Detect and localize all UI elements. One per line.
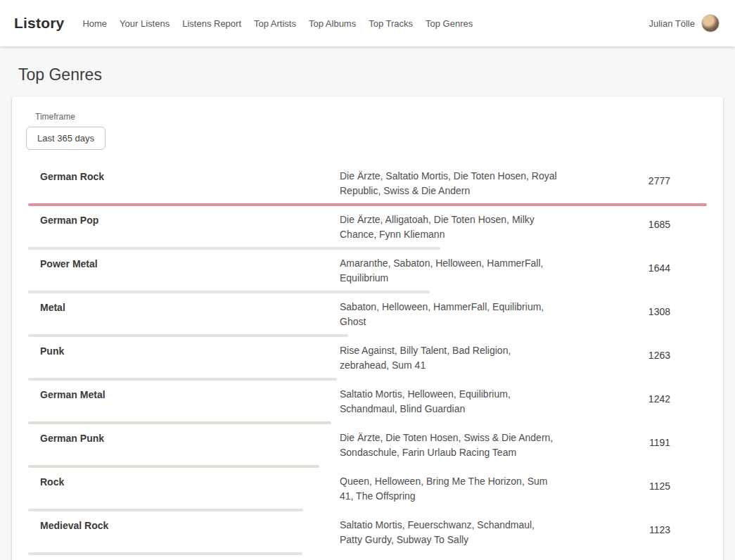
nav-item-your-listens[interactable]: Your Listens (120, 18, 170, 29)
nav-item-home[interactable]: Home (82, 18, 107, 29)
genre-artists: Die Ärzte, Die Toten Hosen, Swiss & Die … (340, 431, 559, 460)
genre-artists: Queen, Helloween, Bring Me The Horizon, … (340, 474, 559, 504)
user-menu[interactable]: Julian Tölle (648, 14, 720, 32)
genre-name: German Metal (40, 387, 340, 400)
genre-name: Punk (40, 343, 340, 357)
genre-artists: Amaranthe, Sabaton, Helloween, HammerFal… (340, 256, 559, 286)
user-name: Julian Tölle (648, 18, 695, 29)
genre-name: Rock (40, 474, 340, 488)
table-row: Rock Queen, Helloween, Bring Me The Hori… (28, 468, 707, 511)
table-row: German Pop Die Ärzte, Alligatoah, Die To… (28, 206, 707, 250)
genre-name: Metal (40, 300, 340, 313)
genre-name: German Pop (40, 212, 340, 226)
brand-logo[interactable]: Listory (14, 15, 64, 32)
user-avatar[interactable] (701, 14, 720, 32)
genre-count: 1685 (559, 212, 707, 230)
nav-item-top-artists[interactable]: Top Artists (254, 18, 296, 29)
genre-table: German Rock Die Ärzte, Saltatio Mortis, … (28, 163, 707, 560)
page-title: Top Genres (18, 65, 735, 84)
table-row: German Metal Saltatio Mortis, Helloween,… (28, 381, 707, 424)
table-row: Medieval Rock Saltatio Mortis, Feuerschw… (28, 511, 707, 555)
nav-item-top-tracks[interactable]: Top Tracks (369, 18, 413, 29)
table-row: Metal Sabaton, Helloween, HammerFall, Eq… (28, 293, 707, 337)
genre-count: 1242 (559, 387, 707, 405)
genre-name: Power Metal (40, 256, 340, 269)
genre-artists: Die Ärzte, Alligatoah, Die Toten Hosen, … (340, 212, 559, 242)
genre-artists: Die Ärzte, Saltatio Mortis, Die Toten Ho… (340, 169, 559, 198)
timeframe-label: Timeframe (35, 112, 707, 122)
genre-name: German Punk (40, 431, 340, 444)
nav-item-top-genres[interactable]: Top Genres (426, 18, 473, 29)
nav-item-listens-report[interactable]: Listens Report (182, 18, 241, 29)
timeframe-select[interactable]: Last 365 days (26, 127, 106, 150)
table-row: Melodic Metal Unleash The Archers, Hello… (28, 555, 707, 560)
genre-name: Medieval Rock (40, 518, 340, 531)
table-row: German Rock Die Ärzte, Saltatio Mortis, … (28, 163, 707, 206)
genre-name: German Rock (40, 169, 340, 182)
genre-count: 1308 (559, 300, 707, 317)
genre-count: 1263 (559, 343, 707, 361)
genre-count: 1123 (559, 518, 707, 535)
table-row: Punk Rise Against, Billy Talent, Bad Rel… (28, 337, 707, 381)
genre-count: 1644 (559, 256, 707, 274)
top-genres-card: Timeframe Last 365 days German Rock Die … (12, 96, 723, 560)
nav-links: HomeYour ListensListens ReportTop Artist… (82, 18, 648, 29)
genre-count: 1191 (559, 431, 707, 448)
genre-count: 1125 (559, 474, 707, 492)
genre-artists: Rise Against, Billy Talent, Bad Religion… (340, 343, 559, 373)
table-row: German Punk Die Ärzte, Die Toten Hosen, … (28, 424, 707, 468)
main-content: Top Genres Timeframe Last 365 days Germa… (0, 65, 735, 560)
table-row: Power Metal Amaranthe, Sabaton, Hellowee… (28, 250, 707, 293)
genre-artists: Saltatio Mortis, Helloween, Equilibrium,… (340, 387, 559, 416)
genre-artists: Saltatio Mortis, Feuerschwanz, Schandmau… (340, 518, 559, 547)
top-navigation: Listory HomeYour ListensListens ReportTo… (0, 0, 735, 46)
nav-item-top-albums[interactable]: Top Albums (309, 18, 356, 29)
genre-count: 2777 (559, 169, 707, 186)
genre-artists: Sabaton, Helloween, HammerFall, Equilibr… (340, 300, 559, 329)
